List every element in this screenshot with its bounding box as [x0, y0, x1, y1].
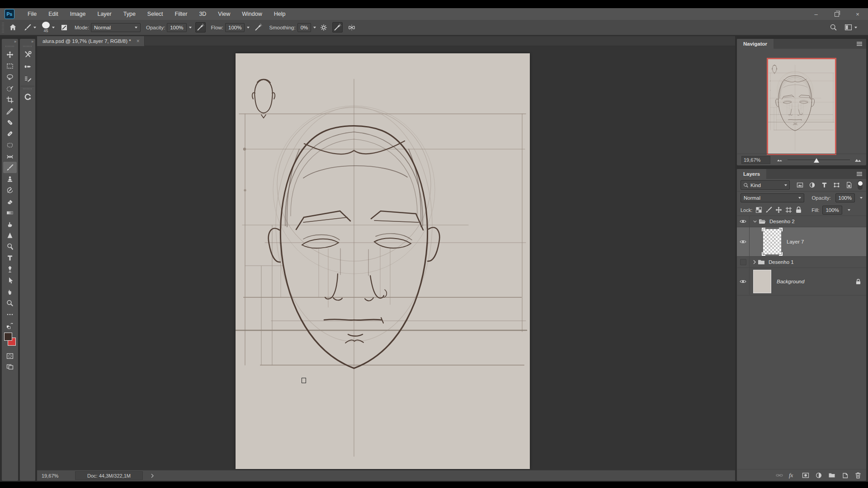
search-icon[interactable]: [830, 23, 837, 31]
delete-button[interactable]: [854, 471, 863, 479]
lock-transparency-icon[interactable]: [755, 206, 762, 213]
pasteboard[interactable]: [37, 46, 735, 470]
tool-smudge[interactable]: [3, 218, 17, 230]
tool-spot-healing-brush[interactable]: [3, 117, 17, 128]
menu-type[interactable]: Type: [118, 11, 142, 17]
lock-all-icon[interactable]: [795, 206, 802, 213]
flow-chevron-icon[interactable]: [247, 27, 250, 28]
visibility-toggle[interactable]: [737, 227, 750, 256]
tool-dodge[interactable]: [3, 241, 17, 252]
tool-move[interactable]: [3, 49, 17, 60]
workspace-switcher[interactable]: [844, 23, 857, 31]
tool-healing-brush[interactable]: [3, 128, 17, 139]
swap-colors-button[interactable]: [3, 320, 17, 330]
new-layer-button[interactable]: [840, 471, 849, 479]
layer-row-layer-7[interactable]: Layer 7: [737, 227, 866, 257]
quick-mask-button[interactable]: [3, 351, 17, 361]
smoothing-options-button[interactable]: [319, 23, 329, 33]
navigator-proxy-view[interactable]: [767, 58, 836, 155]
lock-pixels-icon[interactable]: [765, 206, 772, 213]
symmetry-button[interactable]: [346, 22, 357, 33]
layer-name[interactable]: Desenho 2: [769, 219, 795, 224]
close-button[interactable]: ×: [847, 8, 868, 20]
tool-eraser[interactable]: [3, 196, 17, 207]
menu-view[interactable]: View: [212, 11, 236, 17]
new-group-button[interactable]: [827, 471, 836, 479]
tool-rectangular-marquee[interactable]: [3, 60, 17, 71]
tool-path-selection[interactable]: [3, 275, 17, 286]
pressure-size-button[interactable]: [332, 22, 343, 33]
restore-button[interactable]: [826, 8, 847, 20]
layer-name[interactable]: Background: [777, 279, 804, 284]
history-panel-button[interactable]: [22, 91, 33, 102]
brushes-panel-button[interactable]: [22, 61, 33, 72]
opacity-chevron-icon[interactable]: [860, 197, 863, 199]
visibility-toggle[interactable]: [737, 268, 750, 295]
dock-expand-button[interactable]: »: [20, 39, 35, 45]
document-size-readout[interactable]: Doc: 44,3M/322,1M: [75, 471, 143, 480]
document-tab[interactable]: alura.psd @ 19,7% (Layer 7, RGB/8) * ×: [37, 36, 145, 46]
zoom-in-icon[interactable]: [854, 157, 862, 162]
tab-navigator[interactable]: Navigator: [737, 39, 774, 49]
opacity-chevron-icon[interactable]: [189, 27, 192, 28]
tool-patch[interactable]: [3, 139, 17, 150]
panel-menu-icon[interactable]: [856, 172, 863, 176]
tool-content-aware-move[interactable]: [3, 150, 17, 162]
layer-style-button[interactable]: fx: [788, 471, 797, 479]
tool-brush[interactable]: [3, 162, 17, 173]
blend-mode-select[interactable]: Normal: [91, 23, 141, 32]
tools-grip[interactable]: [5, 46, 14, 47]
menu-3d[interactable]: 3D: [193, 11, 212, 17]
filter-toggle-switch[interactable]: [858, 180, 863, 190]
layer-opacity-input[interactable]: 100%: [835, 193, 855, 202]
fill-input[interactable]: 100%: [822, 206, 842, 215]
tool-sharpen[interactable]: [3, 230, 17, 241]
options-grip[interactable]: [2, 23, 4, 33]
filter-kind-select[interactable]: Kind: [741, 180, 790, 190]
visibility-toggle[interactable]: [737, 216, 750, 227]
foreground-color-swatch[interactable]: [4, 333, 12, 341]
tool-presets-panel-button[interactable]: [22, 49, 33, 60]
brush-preset-picker[interactable]: 45: [42, 22, 50, 33]
pressure-opacity-button[interactable]: [195, 22, 206, 33]
navigator-zoom-input[interactable]: 19,67%: [741, 156, 770, 164]
tool-type[interactable]: [3, 252, 17, 263]
tool-hand[interactable]: [3, 286, 17, 297]
visibility-toggle[interactable]: [737, 257, 750, 267]
navigator-zoom-slider[interactable]: [788, 157, 850, 163]
menu-file[interactable]: File: [22, 11, 42, 17]
layer-row-desenho-1[interactable]: Desenho 1: [737, 257, 866, 268]
smartobject-filter-button[interactable]: [844, 181, 854, 190]
link-layers-button[interactable]: [775, 471, 784, 479]
dock-grip[interactable]: [23, 46, 32, 47]
menu-image[interactable]: Image: [64, 11, 92, 17]
layer-thumbnail[interactable]: [763, 229, 781, 254]
lock-artboard-icon[interactable]: [785, 206, 792, 213]
smoothing-input[interactable]: 0%: [297, 23, 311, 32]
smoothing-chevron-icon[interactable]: [313, 27, 316, 28]
group-expand-chevron-icon[interactable]: [753, 220, 757, 223]
fill-chevron-icon[interactable]: [848, 209, 850, 211]
brush-settings-panel-button[interactable]: [22, 73, 33, 84]
brush-picker-chevron-icon[interactable]: [52, 27, 55, 28]
layer-blend-mode-select[interactable]: Normal: [741, 193, 804, 202]
menu-help[interactable]: Help: [268, 11, 292, 17]
layer-row-background[interactable]: Background: [737, 268, 866, 296]
shape-filter-button[interactable]: [832, 181, 842, 190]
tool-preset-button[interactable]: [23, 23, 38, 33]
slider-thumb[interactable]: [814, 158, 819, 163]
tool-crop[interactable]: [3, 94, 17, 105]
layer-name[interactable]: Layer 7: [787, 239, 804, 244]
minimize-button[interactable]: –: [806, 8, 826, 20]
menu-filter[interactable]: Filter: [169, 11, 193, 17]
layer-row-desenho-2[interactable]: Desenho 2: [737, 216, 866, 227]
airbrush-button[interactable]: [253, 22, 264, 33]
tool-lasso[interactable]: [3, 71, 17, 83]
pixel-filter-button[interactable]: [795, 181, 805, 190]
canvas[interactable]: [236, 53, 530, 469]
menu-window[interactable]: Window: [236, 11, 268, 17]
tool-history-brush[interactable]: [3, 184, 17, 196]
status-options-chevron-icon[interactable]: [151, 474, 154, 478]
adjustment-filter-button[interactable]: [807, 181, 817, 190]
opacity-input[interactable]: 100%: [167, 23, 186, 32]
